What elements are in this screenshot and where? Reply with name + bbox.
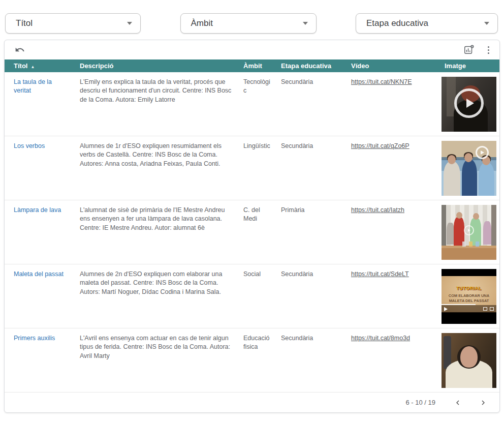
pip-icon [483,307,487,311]
chart-options-icon [463,44,475,55]
video-thumbnail [442,205,496,260]
caret-down-icon [127,22,132,25]
column-header-descripcio[interactable]: Descripció [76,59,239,72]
ambit-cell: Lingüístic [239,136,277,200]
filter-dropdown-etapa[interactable]: Etapa educativa [356,13,498,34]
fullscreen-icon [490,307,494,311]
etapa-cell: Secundària [277,328,347,393]
etapa-cell: Primària [277,200,347,264]
description-cell: L'Avril ens ensenya com actuar en cas de… [76,328,239,393]
description-cell: L'Emily ens explica la taula de la verit… [76,72,239,136]
caret-down-icon [484,22,489,25]
caret-down-icon [303,22,308,25]
table-row: Maleta del passat Alumnes de 2n d'ESO ex… [5,264,500,328]
table-row: Los verbos Alumnes de 1r d'ESO expliquen… [5,136,500,200]
filter-dropdown-label: Àmbit [191,18,213,28]
thumbnail-title: TUTORIAL [456,285,481,291]
video-link[interactable]: https://tuit.cat/8mo3d [351,335,410,342]
filter-dropdown-titol[interactable]: Títol [5,13,141,34]
etapa-cell: Secundària [277,72,347,136]
column-header-imatge[interactable]: Imatge [440,59,500,72]
play-button-icon [476,146,489,159]
ambit-cell: Tecnològic [239,72,277,136]
video-link[interactable]: https://tuit.cat/qZo6P [351,142,410,149]
description-cell: L'alumnat de sisè de primària de l'IE Me… [76,200,239,264]
play-button-icon [454,88,484,118]
pagination-range: 6 - 10 / 19 [405,399,435,406]
video-controls [442,305,496,313]
ambit-cell: Educació fisica [239,328,277,393]
chart-options-button[interactable] [462,43,476,56]
chevron-left-icon [454,399,462,407]
table-row: La taula de la veritat L'Emily ens expli… [5,72,500,136]
video-thumbnail [442,77,496,132]
video-link[interactable]: https://tuit.cat/Iatzh [351,206,404,214]
etapa-cell: Secundària [277,264,347,328]
title-link[interactable]: Primers auxilis [14,335,55,342]
video-link[interactable]: https://tuit.cat/NKN7E [351,78,412,85]
video-thumbnail [442,141,496,196]
title-link[interactable]: Los verbos [14,142,45,149]
filter-bar: Títol Àmbit Etapa educativa [0,0,504,34]
sort-ascending-icon: ▲ [30,65,35,69]
results-table: Títol▲ Descripció Àmbit Etapa educativa … [5,59,500,393]
video-thumbnail [442,333,496,388]
table-row: Primers auxilis L'Avril ens ensenya com … [5,328,500,393]
play-button-icon [464,225,474,235]
ambit-cell: C. del Medi [239,200,277,264]
kebab-menu-button[interactable] [485,45,492,55]
undo-button[interactable] [14,44,26,56]
table-row: Làmpara de lava L'alumnat de sisè de pri… [5,200,500,264]
title-link[interactable]: Làmpara de lava [14,206,61,214]
filter-dropdown-label: Etapa educativa [366,18,428,28]
undo-icon [15,45,25,55]
title-link[interactable]: La taula de la veritat [14,78,52,94]
pagination-bar: 6 - 10 / 19 [5,393,499,412]
description-cell: Alumnes de 2n d'ESO expliquen com elabor… [76,264,239,328]
filter-dropdown-ambit[interactable]: Àmbit [180,13,317,34]
title-link[interactable]: Maleta del passat [14,270,64,278]
table-header: Títol▲ Descripció Àmbit Etapa educativa … [5,59,500,72]
kebab-menu-icon [488,46,489,48]
column-header-etapa[interactable]: Etapa educativa [277,59,347,72]
video-link[interactable]: https://tuit.cat/SdeLT [351,270,409,278]
video-thumbnail: TUTORIAL COM ELABORAR UNA MALETA DEL PAS… [442,269,496,324]
column-header-video[interactable]: Vídeo [347,59,440,72]
etapa-cell: Secundària [277,136,347,200]
card-toolbar [5,40,499,59]
column-header-titol[interactable]: Títol▲ [5,59,76,72]
filter-dropdown-label: Títol [16,18,33,28]
chevron-right-icon [479,399,487,407]
description-cell: Alumnes de 1r d'ESO expliquen resumidame… [76,136,239,200]
prev-page-button[interactable] [449,397,467,409]
play-icon [444,307,448,311]
table-card: Títol▲ Descripció Àmbit Etapa educativa … [4,40,500,413]
ambit-cell: Social [239,264,277,328]
column-header-ambit[interactable]: Àmbit [239,59,277,72]
thumbnail-subtitle: COM ELABORAR UNA MALETA DEL PASSAT [446,293,493,304]
next-page-button[interactable] [474,397,492,409]
